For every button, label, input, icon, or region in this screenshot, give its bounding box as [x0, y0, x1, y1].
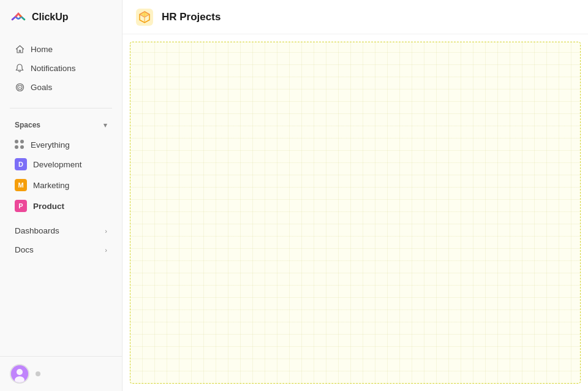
svg-point-4 [17, 369, 23, 375]
chevron-down-icon: ▾ [104, 121, 107, 129]
spaces-header[interactable]: Spaces ▾ [5, 117, 117, 133]
sidebar-item-product-label: Product [33, 202, 64, 211]
sidebar-item-home-label: Home [31, 45, 53, 54]
bell-icon [15, 63, 24, 73]
clickup-logo-icon [10, 9, 27, 26]
sidebar-item-goals[interactable]: Goals [5, 78, 117, 96]
sidebar-item-development[interactable]: D Development [5, 154, 117, 174]
cube-icon [135, 7, 154, 27]
status-dot [36, 371, 40, 376]
marketing-avatar: M [15, 179, 27, 191]
home-icon [15, 44, 24, 54]
main-header: HR Projects [123, 0, 588, 34]
product-avatar: P [15, 200, 27, 212]
sidebar-nav: Home Notifications Goals [0, 34, 122, 102]
sidebar-item-marketing[interactable]: M Marketing [5, 175, 117, 195]
sidebar-item-notifications-label: Notifications [31, 64, 76, 73]
sidebar-item-product[interactable]: P Product [5, 196, 117, 216]
sidebar-item-goals-label: Goals [31, 83, 52, 92]
user-profile[interactable] [0, 356, 122, 391]
main-content: HR Projects [123, 0, 588, 391]
logo[interactable]: ClickUp [0, 0, 122, 34]
sidebar-item-dashboards[interactable]: Dashboards › [5, 222, 117, 240]
page-title: HR Projects [162, 11, 221, 23]
main-body [130, 42, 581, 384]
sidebar: ClickUp Home Notifications [0, 0, 123, 391]
sidebar-item-marketing-label: Marketing [33, 181, 69, 190]
dashboards-label: Dashboards [15, 226, 59, 235]
divider-1 [10, 108, 112, 108]
avatar [11, 365, 28, 382]
chevron-right-icon-docs: › [105, 246, 107, 254]
everything-dots-icon [15, 140, 24, 150]
sidebar-item-development-label: Development [33, 160, 82, 169]
target-icon [15, 82, 24, 92]
sidebar-item-home[interactable]: Home [5, 40, 117, 58]
sidebar-item-notifications[interactable]: Notifications [5, 59, 117, 77]
sidebar-item-docs[interactable]: Docs › [5, 241, 117, 259]
sidebar-item-everything[interactable]: Everything [5, 136, 117, 153]
docs-label: Docs [15, 245, 34, 254]
sidebar-item-everything-label: Everything [31, 140, 70, 150]
svg-point-2 [19, 86, 20, 88]
avatar-ring [10, 364, 29, 384]
chevron-right-icon: › [105, 227, 107, 235]
logo-text: ClickUp [32, 12, 69, 23]
spaces-label: Spaces [15, 121, 40, 129]
development-avatar: D [15, 158, 27, 170]
